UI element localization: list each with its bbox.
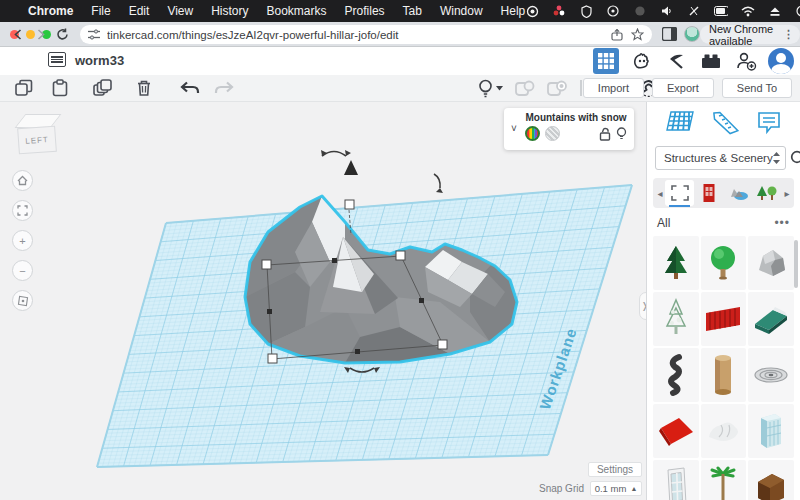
3d-viewport[interactable]: Workplane LEFT + − ˅ Mountains with snow…: [0, 102, 646, 500]
design-properties-icon[interactable]: [48, 52, 66, 67]
category-trees[interactable]: [753, 180, 782, 206]
back-icon[interactable]: [12, 28, 25, 41]
rotate-handle-right[interactable]: [434, 174, 440, 188]
sidebar-scrollbar[interactable]: [794, 240, 798, 288]
duplicate-icon[interactable]: [90, 78, 114, 98]
shape-tile-red-container[interactable]: [701, 292, 747, 346]
fit-view-icon[interactable]: [12, 200, 33, 221]
send-to-button[interactable]: Send To: [722, 78, 792, 98]
app-flower-icon[interactable]: [552, 5, 566, 18]
shield-icon[interactable]: [579, 5, 593, 18]
color-swatch[interactable]: [525, 126, 540, 141]
bulb-icon[interactable]: [616, 127, 627, 141]
scale-handle-mid[interactable]: [267, 309, 272, 314]
redo-icon[interactable]: [212, 78, 236, 98]
battery-icon[interactable]: [714, 5, 728, 18]
shape-tile-round-tree[interactable]: [701, 236, 747, 290]
shape-tile-red-roof[interactable]: [653, 404, 699, 458]
menu-dots-icon[interactable]: ⋮: [783, 28, 794, 41]
address-bar[interactable]: tinkercad.com/things/esJzeAI2qvr-powerfu…: [80, 25, 652, 44]
delete-trash-icon[interactable]: [132, 78, 156, 98]
menu-help[interactable]: Help: [501, 4, 526, 18]
workplane-icon[interactable]: [665, 110, 695, 136]
category-scroll-right-icon[interactable]: ▸: [782, 188, 792, 199]
pencil-slash-icon[interactable]: [687, 5, 701, 18]
unlock-icon[interactable]: [599, 127, 611, 141]
tune-icon[interactable]: [88, 29, 100, 40]
menu-window[interactable]: Window: [440, 4, 483, 18]
shape-tile-glass-building[interactable]: [748, 404, 794, 458]
simlab-icon[interactable]: [628, 48, 654, 74]
menu-chrome[interactable]: Chrome: [28, 4, 73, 18]
menu-file[interactable]: File: [91, 4, 110, 18]
camera-dot-icon[interactable]: [633, 5, 647, 18]
menu-profiles[interactable]: Profiles: [345, 4, 385, 18]
design-title[interactable]: worm33: [75, 53, 124, 68]
shape-tile-white-rock[interactable]: [701, 404, 747, 458]
menu-edit[interactable]: Edit: [129, 4, 150, 18]
scale-handle-corner[interactable]: [396, 251, 405, 260]
bookmark-star-icon[interactable]: [631, 28, 644, 41]
tinkercad-logo[interactable]: TIN KER CAD: [8, 49, 38, 73]
minecraft-pickaxe-icon[interactable]: [663, 48, 689, 74]
sidebar-collapse-handle[interactable]: ❭: [639, 292, 646, 320]
home-view-icon[interactable]: [12, 170, 33, 191]
shape-tile-door-frame[interactable]: [653, 460, 699, 500]
undo-icon[interactable]: [178, 78, 202, 98]
view-cube[interactable]: LEFT: [16, 114, 60, 160]
side-panel-icon[interactable]: [662, 27, 677, 41]
scale-handle-mid[interactable]: [355, 349, 360, 354]
material-swatch[interactable]: [545, 126, 560, 141]
profile-avatar[interactable]: [684, 26, 700, 42]
user-avatar[interactable]: [768, 48, 794, 74]
copy-icon[interactable]: [12, 78, 36, 98]
show-hide-bulb-icon[interactable]: [478, 79, 503, 98]
paste-icon[interactable]: [48, 78, 72, 98]
shape-category-select[interactable]: Structures & Scenery: [655, 146, 786, 170]
record-dot-icon[interactable]: [606, 5, 620, 18]
category-rocks-pond[interactable]: [724, 180, 753, 206]
view-cube-front[interactable]: LEFT: [17, 126, 57, 155]
perspective-toggle-icon[interactable]: [12, 290, 33, 311]
ungroup-icon[interactable]: [547, 79, 567, 97]
shape-tile-rope-coil[interactable]: [748, 348, 794, 402]
time-machine-icon[interactable]: [795, 5, 800, 18]
shape-tile-wood-log[interactable]: [701, 348, 747, 402]
screen-record-icon[interactable]: [525, 5, 539, 18]
menu-history[interactable]: History: [211, 4, 248, 18]
forward-icon[interactable]: [34, 28, 47, 41]
menu-tab[interactable]: Tab: [403, 4, 422, 18]
category-select-all[interactable]: [665, 180, 694, 206]
height-scale-handle[interactable]: [345, 200, 354, 209]
scale-handle-corner[interactable]: [268, 354, 277, 363]
snap-grid-select[interactable]: 0.1 mm ▲: [590, 481, 642, 496]
scale-handle-mid[interactable]: [419, 298, 424, 303]
shape-tile-pine-tree[interactable]: [653, 236, 699, 290]
shape-tile-black-squiggle[interactable]: [653, 348, 699, 402]
category-phone-booth[interactable]: [694, 180, 723, 206]
category-scroll-left-icon[interactable]: ◂: [655, 188, 665, 199]
wifi-icon[interactable]: [741, 5, 755, 18]
shape-tile-palm-tree[interactable]: [701, 460, 747, 500]
import-button[interactable]: Import: [583, 78, 644, 98]
shape-tile-rock[interactable]: [748, 236, 794, 290]
chevron-down-icon[interactable]: ˅: [511, 123, 517, 134]
search-icon[interactable]: [790, 146, 800, 170]
shape-tile-brown-wedge[interactable]: [748, 460, 794, 500]
chrome-update-pill[interactable]: New Chrome available ⋮: [700, 25, 800, 44]
group-icon[interactable]: [515, 79, 535, 97]
scale-handle-corner[interactable]: [438, 340, 447, 349]
shape-tile-green-book[interactable]: [748, 292, 794, 346]
eject-icon[interactable]: [768, 5, 782, 18]
volume-icon[interactable]: [660, 5, 674, 18]
ruler-icon[interactable]: [711, 110, 739, 136]
zoom-out-icon[interactable]: −: [12, 260, 33, 281]
shape-tile-snowy-pine[interactable]: [653, 292, 699, 346]
brick-icon[interactable]: [698, 48, 724, 74]
notes-icon[interactable]: [756, 110, 782, 136]
section-more-icon[interactable]: •••: [774, 216, 790, 230]
share-icon[interactable]: [611, 29, 623, 41]
collaborate-icon[interactable]: [733, 48, 759, 74]
grid-view-icon[interactable]: [593, 48, 619, 74]
zoom-in-icon[interactable]: +: [12, 230, 33, 251]
